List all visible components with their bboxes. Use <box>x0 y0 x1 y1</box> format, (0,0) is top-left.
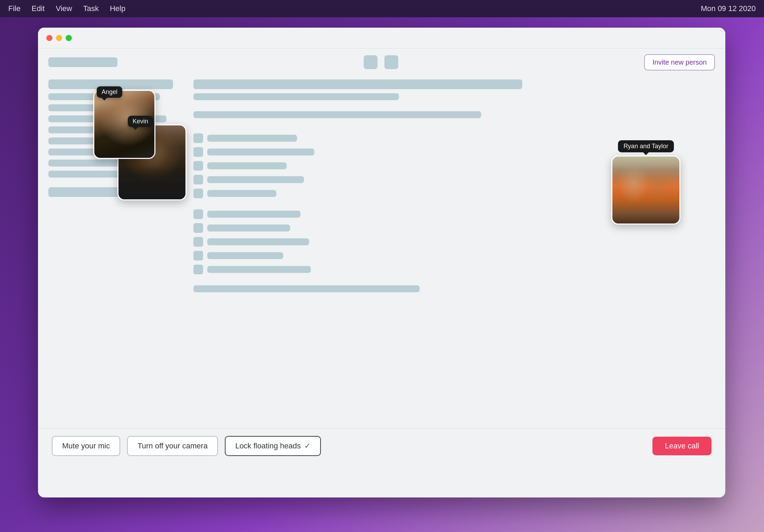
spacer-2 <box>193 122 604 129</box>
ryan-taylor-name-tag: Ryan and Taylor <box>618 140 674 152</box>
list-bullet-5 <box>193 189 203 198</box>
title-bar <box>38 28 725 48</box>
system-time: Mon 09 12 2020 <box>701 4 756 13</box>
list-item-3 <box>193 161 604 171</box>
list-text-8 <box>207 238 309 245</box>
mute-mic-button[interactable]: Mute your mic <box>52 436 120 456</box>
list-bullet-6 <box>193 209 203 219</box>
list-bullet-1 <box>193 133 203 143</box>
left-panel: Angel Kevin <box>48 79 180 459</box>
list-bullet-9 <box>193 251 203 260</box>
ryan-taylor-container: Ryan and Taylor <box>611 155 680 225</box>
list-text-4 <box>207 176 304 183</box>
minimize-button[interactable] <box>56 35 62 41</box>
content-body: Angel Kevin <box>38 76 725 463</box>
app-window: Invite new person Angel <box>38 28 725 497</box>
spacer-3 <box>193 202 604 205</box>
list-bullet-8 <box>193 237 203 247</box>
menu-edit[interactable]: Edit <box>31 4 45 13</box>
center-panel <box>180 79 618 459</box>
list-item-7 <box>193 223 604 233</box>
maximize-button[interactable] <box>66 35 72 41</box>
menu-view[interactable]: View <box>56 4 72 13</box>
toolbar-skeleton-1 <box>48 57 117 67</box>
list-item-8 <box>193 237 604 247</box>
kevin-name-tag: Kevin <box>128 116 153 127</box>
list-item-4 <box>193 175 604 184</box>
list-text-9 <box>207 252 283 259</box>
list-item-5 <box>193 189 604 198</box>
list-text-5 <box>207 190 276 197</box>
list-item-9 <box>193 251 604 260</box>
camera-off-button[interactable]: Turn off your camera <box>127 436 218 456</box>
full-content-area: Invite new person Angel <box>38 48 725 463</box>
spacer-1 <box>193 104 604 107</box>
sk-c1 <box>193 79 522 89</box>
angel-name-tag: Angel <box>97 86 122 98</box>
list-bullet-3 <box>193 161 203 171</box>
leave-call-button[interactable]: Leave call <box>652 437 712 455</box>
menubar: File Edit View Task Help Mon 09 12 2020 <box>0 0 764 17</box>
traffic-lights <box>46 35 72 41</box>
invite-button[interactable]: Invite new person <box>644 54 715 70</box>
kevin-clothing-overlay <box>118 166 185 199</box>
lock-check-icon: ✓ <box>304 441 311 450</box>
list-text-3 <box>207 162 287 169</box>
list-text-2 <box>207 149 314 155</box>
toolbar-skeleton-sq-1 <box>364 55 378 69</box>
floating-heads-group: Angel Kevin <box>93 90 155 159</box>
list-item-1 <box>193 133 604 143</box>
ryan-taylor-bg-overlay <box>612 156 679 177</box>
list-bullet-10 <box>193 265 203 274</box>
menu-help[interactable]: Help <box>110 4 125 13</box>
menu-task[interactable]: Task <box>83 4 99 13</box>
sk-c3 <box>193 111 481 118</box>
list-text-10 <box>207 266 311 273</box>
list-text-1 <box>207 135 297 142</box>
bottom-toolbar: Mute your mic Turn off your camera Lock … <box>38 428 725 463</box>
lock-heads-label: Lock floating heads <box>235 441 301 450</box>
lock-heads-button[interactable]: Lock floating heads ✓ <box>225 436 321 456</box>
menu-file[interactable]: File <box>8 4 20 13</box>
sk-c2 <box>193 93 399 100</box>
sk-c-bottom <box>193 285 420 292</box>
list-bullet-4 <box>193 175 203 184</box>
list-item-6 <box>193 209 604 219</box>
top-toolbar-area: Invite new person <box>38 48 725 76</box>
list-item-2 <box>193 147 604 157</box>
ryan-taylor-video-bubble[interactable] <box>611 155 680 225</box>
spacer-4 <box>193 278 604 281</box>
list-item-10 <box>193 265 604 274</box>
toolbar-skeleton-sq-2 <box>384 55 398 69</box>
list-bullet-7 <box>193 223 203 233</box>
list-text-7 <box>207 225 290 231</box>
right-panel: Ryan and Taylor <box>618 79 715 459</box>
close-button[interactable] <box>46 35 52 41</box>
list-bullet-2 <box>193 147 203 157</box>
list-text-6 <box>207 211 300 218</box>
